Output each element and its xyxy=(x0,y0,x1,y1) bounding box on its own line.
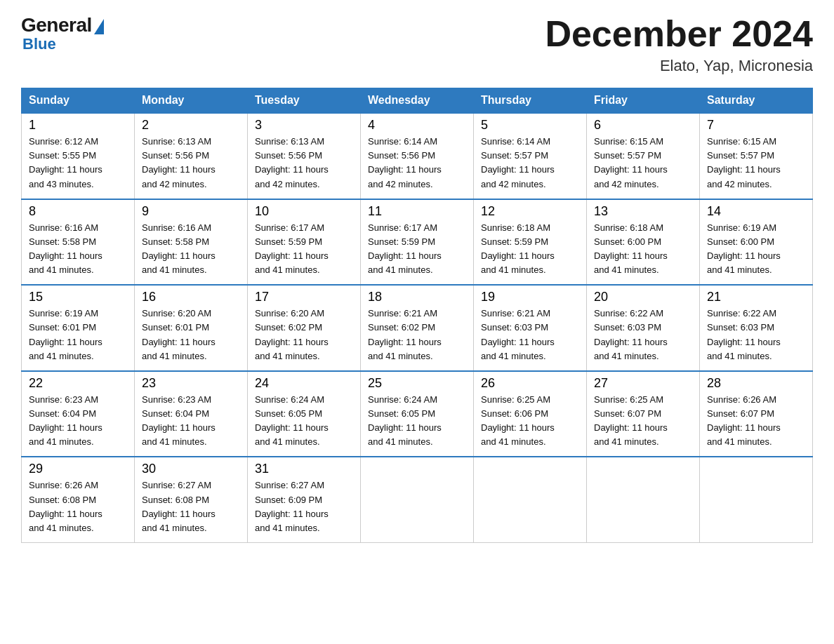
column-header-friday: Friday xyxy=(587,88,700,114)
day-number: 9 xyxy=(142,204,240,219)
logo-blue-text: Blue xyxy=(22,35,56,53)
calendar-cell: 2Sunrise: 6:13 AM Sunset: 5:56 PM Daylig… xyxy=(135,113,248,199)
calendar-cell: 12Sunrise: 6:18 AM Sunset: 5:59 PM Dayli… xyxy=(474,199,587,286)
day-number: 21 xyxy=(707,290,805,304)
calendar-cell: 16Sunrise: 6:20 AM Sunset: 6:01 PM Dayli… xyxy=(135,285,248,371)
day-number: 27 xyxy=(594,376,692,391)
day-number: 6 xyxy=(594,118,692,133)
day-info: Sunrise: 6:20 AM Sunset: 6:02 PM Dayligh… xyxy=(255,307,353,363)
logo-triangle-icon xyxy=(94,19,104,34)
calendar-cell: 9Sunrise: 6:16 AM Sunset: 5:58 PM Daylig… xyxy=(135,199,248,286)
calendar-cell: 13Sunrise: 6:18 AM Sunset: 6:00 PM Dayli… xyxy=(587,199,700,286)
day-info: Sunrise: 6:13 AM Sunset: 5:56 PM Dayligh… xyxy=(255,135,353,192)
day-info: Sunrise: 6:16 AM Sunset: 5:58 PM Dayligh… xyxy=(142,221,240,278)
day-number: 17 xyxy=(255,290,353,304)
day-number: 31 xyxy=(255,462,353,476)
calendar-cell: 26Sunrise: 6:25 AM Sunset: 6:06 PM Dayli… xyxy=(474,371,587,457)
day-number: 22 xyxy=(29,376,127,391)
title-block: December 2024 Elato, Yap, Micronesia xyxy=(545,14,813,75)
day-number: 25 xyxy=(368,376,466,391)
page-header: General Blue December 2024 Elato, Yap, M… xyxy=(21,14,813,75)
day-info: Sunrise: 6:20 AM Sunset: 6:01 PM Dayligh… xyxy=(142,307,240,363)
day-number: 28 xyxy=(707,376,805,391)
day-number: 30 xyxy=(142,462,240,476)
day-number: 7 xyxy=(707,118,805,133)
calendar-cell xyxy=(361,457,474,542)
calendar-cell: 23Sunrise: 6:23 AM Sunset: 6:04 PM Dayli… xyxy=(135,371,248,457)
day-number: 5 xyxy=(481,118,579,133)
calendar-cell: 1Sunrise: 6:12 AM Sunset: 5:55 PM Daylig… xyxy=(22,113,135,199)
column-header-monday: Monday xyxy=(135,88,248,114)
day-info: Sunrise: 6:22 AM Sunset: 6:03 PM Dayligh… xyxy=(707,307,805,363)
calendar-week-row: 22Sunrise: 6:23 AM Sunset: 6:04 PM Dayli… xyxy=(22,371,813,457)
day-info: Sunrise: 6:12 AM Sunset: 5:55 PM Dayligh… xyxy=(29,135,127,192)
day-number: 10 xyxy=(255,204,353,219)
day-info: Sunrise: 6:27 AM Sunset: 6:08 PM Dayligh… xyxy=(142,478,240,535)
day-info: Sunrise: 6:27 AM Sunset: 6:09 PM Dayligh… xyxy=(255,478,353,535)
day-info: Sunrise: 6:13 AM Sunset: 5:56 PM Dayligh… xyxy=(142,135,240,192)
day-number: 15 xyxy=(29,290,127,304)
calendar-cell: 30Sunrise: 6:27 AM Sunset: 6:08 PM Dayli… xyxy=(135,457,248,542)
calendar-cell: 14Sunrise: 6:19 AM Sunset: 6:00 PM Dayli… xyxy=(700,199,813,286)
day-number: 11 xyxy=(368,204,466,219)
calendar-week-row: 29Sunrise: 6:26 AM Sunset: 6:08 PM Dayli… xyxy=(22,457,813,542)
day-info: Sunrise: 6:15 AM Sunset: 5:57 PM Dayligh… xyxy=(707,135,805,192)
calendar-cell: 10Sunrise: 6:17 AM Sunset: 5:59 PM Dayli… xyxy=(248,199,361,286)
month-title: December 2024 xyxy=(545,14,813,54)
day-info: Sunrise: 6:19 AM Sunset: 6:01 PM Dayligh… xyxy=(29,307,127,363)
day-info: Sunrise: 6:14 AM Sunset: 5:57 PM Dayligh… xyxy=(481,135,579,192)
day-info: Sunrise: 6:21 AM Sunset: 6:03 PM Dayligh… xyxy=(481,307,579,363)
day-info: Sunrise: 6:23 AM Sunset: 6:04 PM Dayligh… xyxy=(29,393,127,450)
column-header-saturday: Saturday xyxy=(700,88,813,114)
day-info: Sunrise: 6:18 AM Sunset: 5:59 PM Dayligh… xyxy=(481,221,579,278)
calendar-cell: 28Sunrise: 6:26 AM Sunset: 6:07 PM Dayli… xyxy=(700,371,813,457)
calendar-cell: 24Sunrise: 6:24 AM Sunset: 6:05 PM Dayli… xyxy=(248,371,361,457)
calendar-cell: 4Sunrise: 6:14 AM Sunset: 5:56 PM Daylig… xyxy=(361,113,474,199)
calendar-cell: 31Sunrise: 6:27 AM Sunset: 6:09 PM Dayli… xyxy=(248,457,361,542)
location: Elato, Yap, Micronesia xyxy=(545,57,813,75)
calendar-cell: 18Sunrise: 6:21 AM Sunset: 6:02 PM Dayli… xyxy=(361,285,474,371)
day-info: Sunrise: 6:26 AM Sunset: 6:07 PM Dayligh… xyxy=(707,393,805,450)
calendar-cell: 8Sunrise: 6:16 AM Sunset: 5:58 PM Daylig… xyxy=(22,199,135,286)
day-info: Sunrise: 6:17 AM Sunset: 5:59 PM Dayligh… xyxy=(255,221,353,278)
column-header-sunday: Sunday xyxy=(22,88,135,114)
calendar-cell xyxy=(474,457,587,542)
calendar-cell: 19Sunrise: 6:21 AM Sunset: 6:03 PM Dayli… xyxy=(474,285,587,371)
day-number: 20 xyxy=(594,290,692,304)
day-info: Sunrise: 6:25 AM Sunset: 6:06 PM Dayligh… xyxy=(481,393,579,450)
calendar-cell: 21Sunrise: 6:22 AM Sunset: 6:03 PM Dayli… xyxy=(700,285,813,371)
day-number: 19 xyxy=(481,290,579,304)
calendar-week-row: 8Sunrise: 6:16 AM Sunset: 5:58 PM Daylig… xyxy=(22,199,813,286)
calendar-cell: 15Sunrise: 6:19 AM Sunset: 6:01 PM Dayli… xyxy=(22,285,135,371)
calendar-cell: 25Sunrise: 6:24 AM Sunset: 6:05 PM Dayli… xyxy=(361,371,474,457)
day-info: Sunrise: 6:24 AM Sunset: 6:05 PM Dayligh… xyxy=(255,393,353,450)
day-info: Sunrise: 6:23 AM Sunset: 6:04 PM Dayligh… xyxy=(142,393,240,450)
day-number: 3 xyxy=(255,118,353,133)
day-number: 1 xyxy=(29,118,127,133)
day-number: 26 xyxy=(481,376,579,391)
calendar-cell xyxy=(700,457,813,542)
day-number: 12 xyxy=(481,204,579,219)
calendar-cell: 27Sunrise: 6:25 AM Sunset: 6:07 PM Dayli… xyxy=(587,371,700,457)
calendar-week-row: 1Sunrise: 6:12 AM Sunset: 5:55 PM Daylig… xyxy=(22,113,813,199)
calendar-table: SundayMondayTuesdayWednesdayThursdayFrid… xyxy=(21,88,813,543)
day-info: Sunrise: 6:17 AM Sunset: 5:59 PM Dayligh… xyxy=(368,221,466,278)
calendar-cell: 3Sunrise: 6:13 AM Sunset: 5:56 PM Daylig… xyxy=(248,113,361,199)
day-info: Sunrise: 6:25 AM Sunset: 6:07 PM Dayligh… xyxy=(594,393,692,450)
calendar-cell: 11Sunrise: 6:17 AM Sunset: 5:59 PM Dayli… xyxy=(361,199,474,286)
calendar-cell: 29Sunrise: 6:26 AM Sunset: 6:08 PM Dayli… xyxy=(22,457,135,542)
day-info: Sunrise: 6:24 AM Sunset: 6:05 PM Dayligh… xyxy=(368,393,466,450)
day-number: 18 xyxy=(368,290,466,304)
column-header-thursday: Thursday xyxy=(474,88,587,114)
day-number: 29 xyxy=(29,462,127,476)
calendar-week-row: 15Sunrise: 6:19 AM Sunset: 6:01 PM Dayli… xyxy=(22,285,813,371)
calendar-cell: 5Sunrise: 6:14 AM Sunset: 5:57 PM Daylig… xyxy=(474,113,587,199)
day-info: Sunrise: 6:15 AM Sunset: 5:57 PM Dayligh… xyxy=(594,135,692,192)
day-number: 2 xyxy=(142,118,240,133)
day-info: Sunrise: 6:19 AM Sunset: 6:00 PM Dayligh… xyxy=(707,221,805,278)
day-info: Sunrise: 6:21 AM Sunset: 6:02 PM Dayligh… xyxy=(368,307,466,363)
day-info: Sunrise: 6:18 AM Sunset: 6:00 PM Dayligh… xyxy=(594,221,692,278)
day-info: Sunrise: 6:16 AM Sunset: 5:58 PM Dayligh… xyxy=(29,221,127,278)
column-header-wednesday: Wednesday xyxy=(361,88,474,114)
calendar-cell: 20Sunrise: 6:22 AM Sunset: 6:03 PM Dayli… xyxy=(587,285,700,371)
